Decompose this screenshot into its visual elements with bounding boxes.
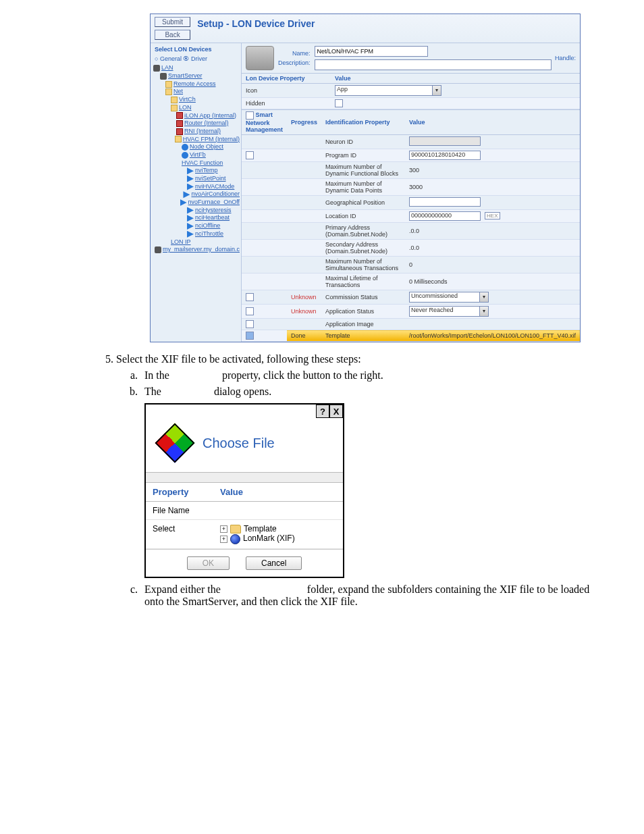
step-5b: The dialog opens. ? X Choose File — [140, 386, 590, 578]
description-label: Description: — [278, 59, 311, 66]
row-checkbox[interactable] — [246, 332, 254, 340]
table-row: Primary Address (Domain.Subnet.Node).0.0 — [242, 223, 580, 240]
table-row: Maximum Number of Dynamic Functional Blo… — [242, 162, 580, 179]
nav-header: Select LON Devices — [151, 45, 241, 55]
folder-icon — [230, 525, 241, 533]
lon-setup-screenshot: Submit Back Setup - LON Device Driver Se… — [150, 14, 581, 342]
col-id-property: Identification Property — [321, 110, 405, 135]
tree-ncihyst[interactable]: nciHysteresis — [195, 207, 232, 215]
value-input[interactable]: 9000010128010420 — [409, 151, 481, 160]
tree-mailserver[interactable]: my_mailserver.my_domain.com — [163, 246, 240, 254]
table-row: Icon App — [242, 84, 580, 98]
tree-hvacfpm[interactable]: HVAC FPM (Internal) — [183, 136, 240, 144]
back-button[interactable]: Back — [155, 30, 190, 40]
table-row: Select +Template +LonMark (XIF) — [146, 520, 343, 549]
name-bar: Name: Description: Handle: — [242, 43, 580, 73]
tree-rni[interactable]: RNI (Internal) — [184, 128, 221, 136]
table-row: Geographical Position — [242, 196, 580, 210]
submit-button[interactable]: Submit — [155, 17, 190, 27]
step-5c: Expand either the folder, expand the sub… — [140, 583, 590, 608]
dialog-separator — [146, 472, 343, 483]
hex-badge: HEX — [485, 212, 500, 219]
value-readonly — [409, 136, 481, 146]
tree-nvofurnace[interactable]: nvoFurnace_OnOff — [188, 199, 240, 207]
tree-nvihvacmode[interactable]: nviHVACMode — [195, 183, 234, 191]
tree-lonip[interactable]: LON IP — [171, 238, 191, 246]
value-select[interactable]: Uncommissioned — [409, 292, 489, 303]
ok-button[interactable]: OK — [187, 556, 230, 570]
tree-ncioffline[interactable]: nciOffline — [195, 222, 220, 230]
tree-smartserver[interactable]: SmartServer — [168, 72, 203, 80]
tree-nvisetpoint[interactable]: nviSetPoint — [195, 175, 226, 183]
table-row: DoneTemplate/root/lonWorks/Import/Echelo… — [242, 330, 580, 342]
icon-select[interactable]: App — [335, 85, 441, 96]
dialog-footer: OK Cancel — [146, 549, 343, 577]
tree-nvoac[interactable]: nvoAirConditioner — [191, 190, 240, 199]
col-value: Value — [331, 74, 580, 84]
step-5a: In the property, click the button to the… — [140, 369, 590, 382]
tree-nvitemp[interactable]: nviTemp — [195, 167, 218, 175]
dialog-titlebar: ? X — [146, 405, 343, 418]
description-input[interactable] — [315, 59, 552, 70]
expand-icon[interactable]: + — [220, 525, 227, 533]
snm-checkbox[interactable] — [246, 111, 254, 120]
tree-remote[interactable]: Remote Access — [173, 80, 216, 88]
tree-ilon[interactable]: iLON App (Internal) — [184, 112, 236, 120]
row-checkbox[interactable] — [246, 293, 254, 301]
table-row: UnknownCommission StatusUncommissioned — [242, 290, 580, 305]
dialog-col-property: Property — [146, 483, 213, 502]
value-input[interactable]: 000000000000 — [409, 211, 481, 221]
value-input[interactable] — [409, 197, 481, 207]
row-checkbox[interactable] — [246, 320, 254, 328]
dialog-table: Property Value File Name Select +Templat — [146, 483, 343, 549]
topbar: Submit Back Setup - LON Device Driver — [151, 14, 580, 43]
choose-file-dialog: ? X Choose File Property Value — [144, 403, 344, 578]
name-label: Name: — [278, 50, 311, 57]
step-5: Select the XIF file to be activated, fol… — [116, 353, 590, 608]
help-button[interactable]: ? — [316, 405, 329, 418]
tree-nciheart[interactable]: nciHeartbeat — [195, 214, 230, 222]
tree-virtfb[interactable]: VirtFb — [190, 151, 206, 159]
identification-table: Smart Network Management Progress Identi… — [242, 109, 580, 342]
handle-label: Handle: — [555, 55, 576, 61]
hidden-checkbox[interactable] — [335, 99, 343, 107]
value-select[interactable]: Never Reached — [409, 306, 489, 317]
dialog-col-value: Value — [213, 483, 343, 502]
tree-lan[interactable]: LAN — [161, 64, 173, 72]
close-button[interactable]: X — [329, 405, 343, 418]
col-snm: Smart Network Management — [242, 110, 287, 135]
device-property-table: Lon Device Property Value Icon App Hidde… — [242, 73, 580, 109]
col-progress: Progress — [287, 110, 321, 135]
tree-item-template[interactable]: +Template — [220, 524, 336, 533]
row-checkbox[interactable] — [246, 151, 254, 159]
tree-item-lonmark[interactable]: +LonMark (XIF) — [220, 533, 336, 544]
col-id-value: Value — [405, 110, 580, 135]
instruction-list: Select the XIF file to be activated, fol… — [0, 353, 644, 608]
tree-ncithrottle[interactable]: nciThrottle — [195, 230, 223, 238]
device-icon — [246, 46, 274, 70]
table-row: UnknownApplication StatusNever Reached — [242, 305, 580, 319]
setup-title: Setup - LON Device Driver — [197, 17, 315, 29]
table-row: Hidden — [242, 98, 580, 109]
tree-router[interactable]: Router (Internal) — [184, 120, 229, 128]
tree-nodeobj[interactable]: Node Object — [190, 143, 223, 151]
table-row: Secondary Address (Domain.Subnet.Node).0… — [242, 240, 580, 257]
col-property: Lon Device Property — [242, 74, 331, 84]
row-checkbox[interactable] — [246, 307, 254, 315]
table-row: Program ID9000010128010420 — [242, 149, 580, 162]
dialog-logo-icon — [155, 423, 194, 463]
table-row: Neuron ID — [242, 135, 580, 149]
tree-virtch[interactable]: VirtCh — [179, 96, 196, 104]
nav-tree: Select LON Devices ○ General ⦿ Driver LA… — [151, 43, 242, 342]
expand-icon[interactable]: + — [220, 536, 227, 543]
cancel-button[interactable]: Cancel — [246, 556, 302, 570]
globe-icon — [230, 534, 240, 544]
table-row: Location ID000000000000HEX — [242, 210, 580, 223]
name-input[interactable] — [315, 46, 428, 57]
tree-lon[interactable]: LON — [179, 104, 192, 112]
table-row: Maximum Number of Simultaneous Transacti… — [242, 257, 580, 273]
select-label: Select — [146, 520, 213, 549]
tree-net[interactable]: Net — [173, 88, 183, 96]
view-mode-radios[interactable]: ○ General ⦿ Driver — [151, 55, 241, 65]
tree-hvacfn[interactable]: HVAC Function — [182, 159, 223, 167]
